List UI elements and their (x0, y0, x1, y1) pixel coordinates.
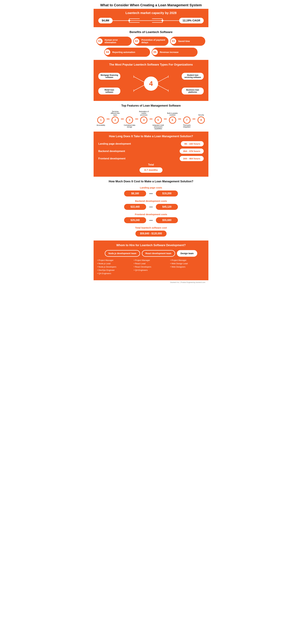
cost-group-title-2: Frontend development costs (98, 213, 204, 216)
cost-dash-0: — (149, 192, 153, 196)
benefit-num-3: 03 (170, 38, 177, 44)
benefit-text-4: Reporting automation (111, 51, 135, 54)
feature-label-bottom-5: Integrated credit assessment capabilitie… (152, 124, 164, 130)
feature-label-top-6: Built-in analytic modules (167, 110, 178, 116)
feature-label-top-8: Security (198, 110, 204, 116)
benefit-num-4: 04 (104, 49, 111, 56)
hire-section: Whom to Hire for Loantech Software Devel… (94, 240, 208, 280)
popular-label-3: Business loan platforms (182, 88, 204, 94)
howlong-total-label: Total (148, 163, 154, 166)
feature-label-top-2: Servicing different loan types (110, 110, 121, 116)
features-section: Top Features of Loan Management Software… (94, 101, 208, 132)
benefit-num-5: 05 (152, 49, 158, 56)
feature-circle-3: 3 (126, 116, 133, 124)
hire-detail-col-1: • Project Manager • React Lead • React D… (134, 259, 168, 276)
feature-5: 5 Integrated credit assessment capabilit… (152, 110, 164, 130)
hire-detail-col-2: • Project Manager • Web Design Lead • We… (170, 259, 205, 276)
features-title: Top Features of Loan Management Software (95, 104, 207, 107)
feature-6: Built-in analytic modules 6 (167, 110, 178, 130)
hire-detail-col-0: • Project Manager • Node.js Lead • Node.… (97, 259, 132, 276)
cost-badge-0-1: $8,160 (124, 190, 146, 196)
benefit-text-1: Human error elimination (103, 39, 129, 44)
benefits-section: Benefits of Loantech Software 01 Human e… (94, 27, 208, 60)
benefit-text-5: Revenue increase (158, 51, 179, 54)
howlong-row-0: Landing page development 96 - 160 hours (98, 141, 204, 146)
total-cost-value: $59,840 - $120,000 (135, 230, 167, 236)
howlong-row-2: Frontend development 344 - 464 hours (98, 156, 204, 161)
popular-center-num: 4 (144, 76, 158, 91)
popular-label-1: Student loan servicing software (182, 73, 204, 80)
cost-badge-2-2: $55,680 (156, 217, 178, 223)
svg-point-7 (128, 20, 130, 22)
feature-4: Automation of routine processes 4 (138, 110, 150, 130)
feature-2: Servicing different loan types 2 (110, 110, 121, 130)
howlong-title: How Long Does It Take to Make a Loan Man… (98, 135, 204, 138)
howlong-total-value: 4-7 months (140, 168, 162, 173)
cost-badge-1-1: $22,440 (124, 204, 146, 210)
feature-1: 1 Accessibility (95, 110, 107, 130)
market-value2: 12,19% CAGR (179, 18, 204, 24)
hire-detail-1-0: • Project Manager (134, 259, 168, 262)
market-section: Loantech market capacity by 2028 $4,8M 1… (94, 9, 208, 27)
feature-circle-1: 1 (97, 116, 104, 124)
howlong-label-1: Backend development (98, 150, 125, 153)
hire-detail-1-2: • React Developers (134, 266, 168, 268)
popular-label-0: Mortgage financing software (98, 73, 120, 80)
feature-label-bottom-7: Third-party integration (181, 124, 192, 130)
feature-label-bottom-1: Accessibility (97, 124, 105, 130)
howlong-section: How Long Does It Take to Make a Loan Man… (94, 132, 208, 177)
howlong-value-2: 344 - 464 hours (180, 156, 204, 161)
feature-circle-7: 7 (183, 116, 190, 124)
benefit-item-4: 04 Reporting automation (104, 48, 150, 57)
svg-point-8 (161, 20, 163, 22)
benefit-num-2: 02 (133, 38, 140, 44)
benefits-title: Benefits of Loantech Software (97, 30, 205, 34)
hire-team-1: React development team (142, 250, 175, 257)
feature-label-bottom-3: Centralized data storage (124, 124, 135, 130)
howlong-row-1: Backend development 264 - 376 hours (98, 148, 204, 154)
market-value1: $4,8M (98, 18, 113, 24)
cost-group-0: Landing page costs $8,160 — $19,200 (98, 186, 204, 196)
cost-group-1: Backend development costs $22,440 — $45,… (98, 200, 204, 210)
howlong-value-1: 264 - 376 hours (180, 148, 204, 154)
footer: Visortech Inc. | Product Engineering vis… (94, 280, 208, 284)
benefit-item-5: 05 Revenue increase (152, 48, 198, 57)
popular-section: The Most Popular Loantech Software Types… (94, 60, 208, 101)
feature-3: 3 Centralized data storage (124, 110, 135, 130)
hire-detail-0-1: • Node.js Lead (97, 262, 132, 265)
feature-circle-5: 5 (155, 116, 162, 124)
hire-detail-2-0: • Project Manager (170, 259, 205, 262)
benefit-item-3: 03 Saved time (170, 36, 205, 46)
benefit-item-1: 01 Human error elimination (97, 36, 132, 46)
benefit-text-3: Saved time (177, 40, 190, 42)
total-cost-group: Total loantech software cost $59,840 - $… (98, 226, 204, 236)
feature-circle-4: 4 (140, 116, 147, 124)
benefit-text-2: Prevention of payment delays (140, 39, 166, 44)
cost-dash-2: — (149, 218, 153, 222)
hire-team-0: Node.js development team (105, 250, 140, 257)
feature-label-top-4: Automation of routine processes (138, 110, 150, 116)
howlong-label-0: Landing page development (98, 142, 131, 145)
popular-label-2: Retail loan software (98, 88, 120, 94)
hire-title: Whom to Hire for Loantech Software Devel… (97, 244, 205, 247)
hire-detail-1-3: • QA Engineers (134, 269, 168, 271)
cost-group-2: Frontend development costs $29,240 — $55… (98, 213, 204, 223)
feature-circle-2: 2 (112, 116, 119, 124)
cost-dash-1: — (149, 205, 153, 209)
howmuch-title: How Much Does It Cost to Make a Loan Man… (98, 180, 204, 183)
hire-detail-2-1: • Web Design Lead (170, 262, 205, 265)
cost-group-title-0: Landing page costs (98, 186, 204, 189)
cost-badge-1-2: $45,120 (156, 204, 178, 210)
hire-detail-0-0: • Project Manager (97, 259, 132, 262)
benefit-num-1: 01 (96, 38, 103, 44)
cost-group-title-1: Backend development costs (98, 200, 204, 202)
market-title: Loantech market capacity by 2028 (98, 11, 204, 15)
howlong-label-2: Frontend development (98, 157, 125, 160)
feature-circle-6: 6 (169, 116, 176, 124)
howlong-value-0: 96 - 160 hours (181, 141, 204, 146)
hire-detail-2-2: • Web Designers (170, 266, 205, 268)
cost-badge-0-2: $19,200 (156, 190, 178, 196)
cost-badge-2-1: $29,240 (124, 217, 146, 223)
hire-detail-0-4: • QA Engineers (97, 272, 132, 274)
popular-title: The Most Popular Loantech Software Types… (97, 63, 205, 66)
